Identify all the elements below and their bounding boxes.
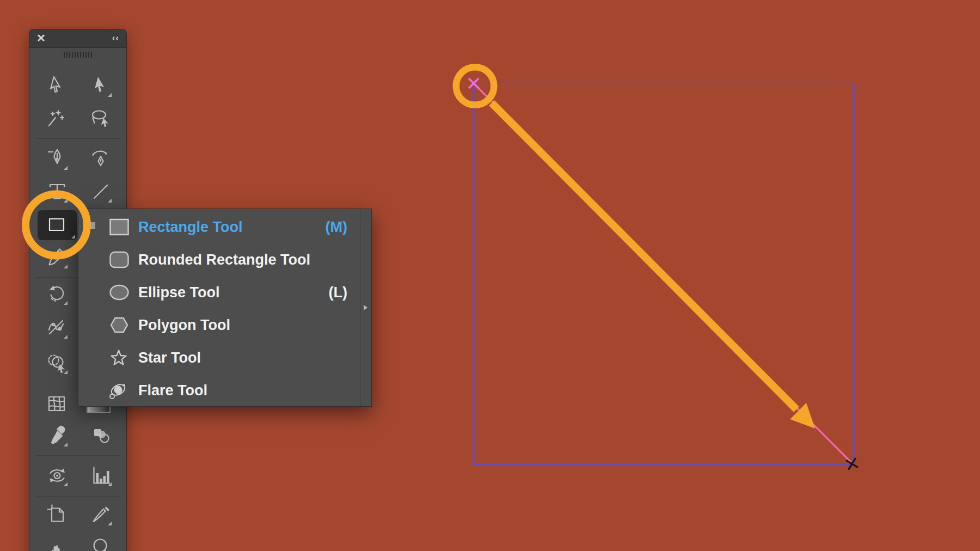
flyout-indicator-icon	[64, 301, 68, 305]
zoom-icon	[89, 536, 113, 551]
center-point-mark	[661, 272, 666, 277]
flyout-indicator-icon	[64, 443, 68, 446]
flyout-tearoff-strip[interactable]	[360, 209, 371, 406]
polygon-icon	[108, 314, 131, 336]
flyout-indicator-icon	[64, 482, 68, 486]
menu-item-label: Rectangle Tool	[138, 219, 243, 236]
menu-item-label: Star Tool	[138, 350, 201, 366]
column-graph-tool[interactable]	[89, 464, 113, 488]
menu-item-label: Polygon Tool	[138, 317, 230, 334]
mesh-tool[interactable]	[45, 393, 69, 417]
symbol-sprayer-tool[interactable]	[45, 464, 69, 488]
tearoff-arrow-icon	[364, 305, 367, 310]
selection-icon	[45, 75, 69, 99]
slice-tool[interactable]	[89, 503, 113, 527]
menu-item-rounded-rectangle[interactable]: Rounded Rectangle Tool	[78, 243, 361, 276]
rectangle-tool-flyout-menu: Rectangle Tool(M)Rounded Rectangle ToolE…	[78, 209, 372, 407]
star-icon	[108, 347, 131, 369]
shape-builder-tool[interactable]	[45, 352, 69, 376]
menu-item-rectangle[interactable]: Rectangle Tool(M)	[78, 211, 361, 243]
lasso-icon	[89, 107, 113, 131]
hand-tool[interactable]	[45, 536, 69, 551]
mesh-icon	[45, 393, 69, 417]
flyout-indicator-icon	[64, 166, 68, 170]
menu-item-polygon[interactable]: Polygon Tool	[78, 309, 361, 341]
flyout-indicator-icon	[64, 265, 68, 268]
close-icon[interactable]: ✕	[36, 32, 46, 45]
artboard-tool[interactable]	[45, 503, 69, 527]
blend-tool[interactable]	[89, 424, 113, 448]
hand-icon	[45, 536, 69, 551]
menu-item-ellipse[interactable]: Ellipse Tool(L)	[78, 276, 361, 309]
menu-item-shortcut: (L)	[329, 284, 347, 301]
width-tool[interactable]	[45, 316, 69, 340]
curvature-icon	[89, 148, 113, 172]
ellipse-icon	[108, 281, 131, 303]
illustrator-workspace: { "colors": { "background": "#a5472f", "…	[0, 0, 980, 551]
menu-item-label: Flare Tool	[138, 382, 207, 399]
direct-selection-tool[interactable]	[89, 75, 113, 99]
rounded-rectangle-icon	[108, 249, 131, 271]
pen-tool[interactable]	[45, 148, 69, 172]
blend-icon	[89, 424, 113, 448]
flyout-indicator-icon	[64, 370, 68, 374]
eyedropper-tool[interactable]	[45, 424, 69, 448]
flyout-indicator-icon	[108, 482, 112, 486]
rectangle-tool[interactable]	[38, 210, 77, 240]
collapse-panel-icon[interactable]: ‹‹	[112, 32, 119, 45]
curvature-tool[interactable]	[89, 148, 113, 172]
magic-wand-tool[interactable]	[45, 107, 69, 131]
menu-item-star[interactable]: Star Tool	[78, 341, 361, 374]
artboard-icon	[45, 503, 69, 527]
rectangle-icon	[45, 213, 69, 237]
menu-item-flare[interactable]: Flare Tool	[78, 374, 361, 407]
zoom-tool[interactable]	[89, 536, 113, 551]
rotate-tool[interactable]	[45, 283, 69, 307]
flyout-indicator-icon	[108, 199, 112, 203]
type-tool[interactable]	[45, 180, 69, 204]
selection-tool[interactable]	[45, 75, 69, 99]
flyout-indicator-icon	[108, 93, 112, 97]
drag-grip[interactable]	[64, 52, 93, 58]
menu-item-label: Rounded Rectangle Tool	[138, 252, 310, 268]
flyout-indicator-icon	[108, 522, 112, 525]
flyout-indicator-icon	[64, 335, 68, 339]
line-segment-tool[interactable]	[89, 180, 113, 204]
flyout-indicator-icon	[64, 199, 68, 203]
pencil-tool[interactable]	[45, 246, 69, 270]
toolbar-separator	[36, 496, 121, 497]
flare-icon	[108, 379, 131, 401]
magic-wand-icon	[45, 107, 69, 131]
rectangle-icon	[108, 216, 131, 238]
tools-panel-titlebar[interactable]: ✕ ‹‹	[29, 29, 126, 48]
menu-item-shortcut: (M)	[326, 219, 347, 236]
flyout-indicator-icon	[71, 235, 75, 238]
toolbar-separator	[36, 455, 121, 456]
toolbar-separator	[36, 138, 121, 139]
lasso-tool[interactable]	[89, 107, 113, 131]
menu-item-label: Ellipse Tool	[138, 284, 220, 301]
